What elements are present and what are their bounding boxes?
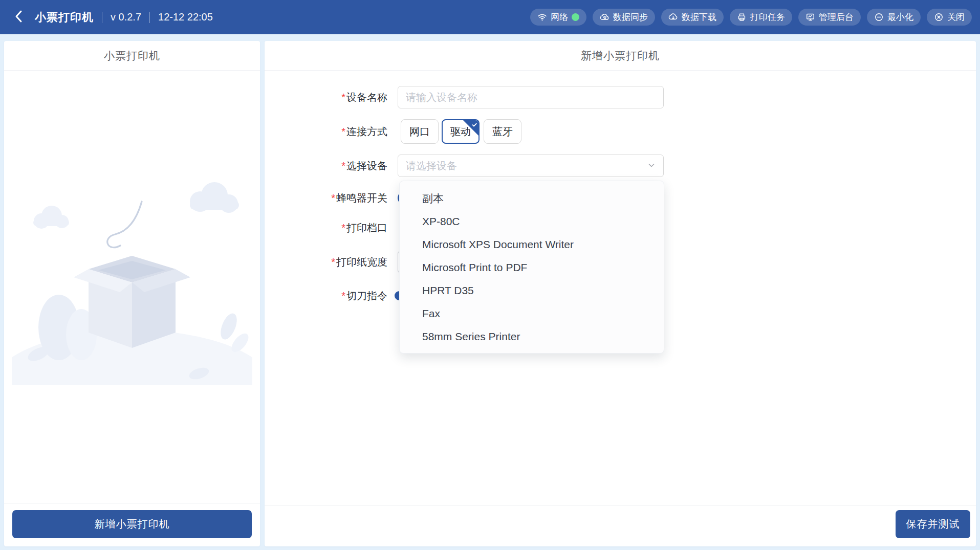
required-mark: * (341, 222, 345, 233)
pill-label: 关闭 (947, 11, 965, 23)
divider (4, 503, 260, 503)
datetime: 12-12 22:05 (158, 11, 213, 23)
dropdown-item[interactable]: Microsoft Print to PDF (400, 256, 664, 279)
pill-label: 最小化 (887, 11, 913, 23)
connection-type-label: *连接方式 (280, 124, 387, 139)
dropdown-item[interactable]: HPRT D35 (400, 279, 664, 302)
chevron-down-icon (647, 160, 656, 172)
printer-icon (737, 12, 747, 22)
divider (102, 12, 102, 23)
minimize-icon (874, 12, 884, 22)
buzzer-switch-label: *蜂鸣器开关 (280, 191, 387, 205)
cloud-sync-icon (600, 12, 609, 22)
printer-list-panel: 小票打印机 新增小票打印机 (4, 41, 260, 546)
close-button[interactable]: 关闭 (927, 9, 972, 26)
device-name-label: *设备名称 (280, 90, 387, 104)
pill-label: 数据同步 (613, 11, 648, 23)
admin-console-icon (805, 12, 815, 22)
select-placeholder: 请选择设备 (406, 159, 457, 173)
form-title: 新增小票打印机 (265, 41, 976, 71)
cutter-command-label: *切刀指令 (280, 289, 387, 303)
divider (149, 12, 150, 23)
online-status-dot (572, 13, 579, 21)
required-mark: * (341, 126, 345, 137)
print-tasks-button[interactable]: 打印任务 (730, 9, 792, 26)
device-select[interactable]: 请选择设备 (398, 155, 664, 177)
device-dropdown: 副本 XP-80C Microsoft XPS Document Writer … (399, 181, 664, 354)
topbar-actions: 网络 数据同步 数据下载 打印任务 管理后台 (530, 9, 972, 26)
required-mark: * (331, 192, 335, 204)
connection-option-network[interactable]: 网口 (401, 119, 439, 144)
wifi-icon (537, 12, 547, 22)
data-download-button[interactable]: 数据下载 (661, 9, 724, 26)
pill-label: 网络 (551, 11, 568, 23)
connection-option-bluetooth[interactable]: 蓝牙 (484, 119, 521, 144)
data-sync-button[interactable]: 数据同步 (593, 9, 655, 26)
dropdown-item[interactable]: 58mm Series Printer (400, 325, 664, 348)
empty-state-illustration (12, 178, 252, 385)
minimize-button[interactable]: 最小化 (867, 9, 921, 26)
save-and-test-button[interactable]: 保存并测试 (896, 510, 970, 538)
required-mark: * (331, 256, 335, 268)
left-panel-title: 小票打印机 (4, 41, 260, 71)
pill-label: 打印任务 (750, 11, 785, 23)
app-title: 小票打印机 (35, 10, 94, 25)
dropdown-item[interactable]: Fax (400, 302, 664, 325)
admin-console-button[interactable]: 管理后台 (798, 9, 861, 26)
device-name-input[interactable] (398, 86, 664, 108)
network-status-button[interactable]: 网络 (530, 9, 586, 26)
print-stall-label: *打印档口 (280, 221, 387, 235)
dropdown-item[interactable]: XP-80C (400, 210, 664, 233)
dropdown-item[interactable]: 副本 (400, 187, 664, 210)
select-device-label: *选择设备 (280, 159, 387, 173)
cloud-download-icon (668, 12, 678, 22)
top-bar: 小票打印机 v 0.2.7 12-12 22:05 网络 数据同步 数据下载 (0, 0, 980, 34)
required-mark: * (341, 290, 345, 301)
back-chevron-icon (13, 10, 25, 25)
back-button[interactable] (7, 6, 31, 29)
divider (265, 505, 976, 505)
required-mark: * (341, 160, 345, 171)
pill-label: 数据下载 (682, 11, 716, 23)
connection-option-driver[interactable]: 驱动 (442, 119, 480, 144)
pill-label: 管理后台 (819, 11, 854, 23)
paper-width-label: *打印纸宽度 (280, 255, 387, 269)
app-version: v 0.2.7 (111, 11, 141, 23)
required-mark: * (341, 92, 345, 103)
close-icon (934, 12, 944, 22)
add-printer-button[interactable]: 新增小票打印机 (12, 510, 252, 538)
dropdown-item[interactable]: Microsoft XPS Document Writer (400, 233, 664, 256)
add-printer-panel: 新增小票打印机 *设备名称 *连接方式 网口 驱动 蓝牙 *选择设备 请选择设备… (265, 41, 976, 546)
